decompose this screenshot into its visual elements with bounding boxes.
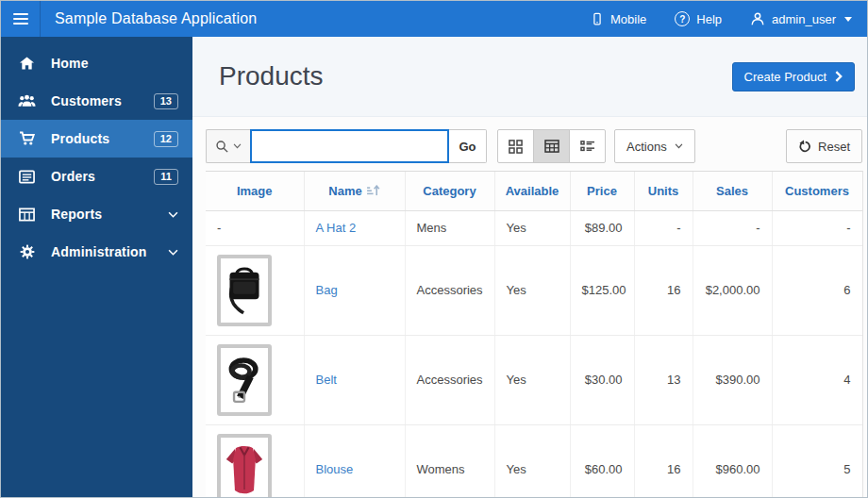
search-options-button[interactable] — [206, 129, 250, 163]
cell-units: 16 — [634, 424, 693, 497]
chevron-down-icon — [168, 249, 178, 256]
count-badge: 12 — [154, 131, 178, 147]
cell-category: Accessories — [405, 245, 494, 335]
cell-customers: 4 — [772, 335, 862, 424]
sidebar-item-administration[interactable]: Administration — [1, 233, 192, 271]
gear-icon — [17, 244, 37, 259]
sidebar-item-reports[interactable]: Reports — [1, 195, 192, 233]
sidebar: HomeCustomers13Products12Orders11Reports… — [1, 37, 192, 497]
cell-available: Yes — [494, 335, 570, 424]
cell-units: - — [634, 210, 693, 245]
cell-price: $60.00 — [570, 424, 634, 497]
table-row: BeltAccessoriesYes$30.0013$390.004 — [206, 335, 862, 424]
search-input[interactable] — [250, 129, 449, 163]
cell-available: Yes — [494, 424, 570, 497]
header-nav-label: Help — [696, 12, 722, 26]
grid-view-icon — [509, 140, 523, 154]
cell-image — [206, 424, 304, 497]
sidebar-item-products[interactable]: Products12 — [1, 120, 192, 158]
column-header-sales[interactable]: Sales — [693, 172, 772, 210]
sidebar-item-label: Reports — [51, 207, 102, 222]
column-header-label: Sales — [716, 184, 748, 198]
column-header-category[interactable]: Category — [405, 172, 494, 210]
report-view-icon — [544, 140, 559, 153]
hamburger-menu-button[interactable] — [1, 1, 41, 37]
cell-price: $89.00 — [570, 210, 634, 245]
table-header-row: ImageNameCategoryAvailablePriceUnitsSale… — [206, 172, 862, 210]
table-row: -A Hat 2MensYes$89.00--- — [206, 210, 862, 245]
product-image-belt[interactable] — [217, 344, 272, 416]
report-view-button[interactable] — [533, 129, 570, 163]
icon-view-button[interactable] — [497, 129, 534, 163]
column-header-label: Price — [587, 184, 617, 198]
cell-category: Womens — [405, 424, 494, 497]
column-header-image[interactable]: Image — [206, 172, 304, 210]
cell-image: - — [206, 210, 304, 245]
cell-image — [206, 245, 304, 335]
column-header-available[interactable]: Available — [494, 172, 570, 210]
search-toolbar: Go — [206, 129, 862, 163]
go-button[interactable]: Go — [449, 129, 487, 163]
sidebar-item-label: Products — [51, 131, 109, 146]
page-title: Products — [219, 61, 324, 91]
count-badge: 13 — [154, 93, 178, 109]
app-header: Sample Database Application Mobile?Helpa… — [1, 1, 867, 37]
main-region: Products Create Product — [192, 37, 867, 497]
column-header-label: Available — [506, 184, 559, 198]
create-product-button[interactable]: Create Product — [732, 62, 855, 91]
search-group: Go — [206, 129, 487, 163]
header-nav-mobile[interactable]: Mobile — [591, 11, 646, 27]
column-header-customers[interactable]: Customers — [772, 172, 862, 210]
cell-units: 13 — [634, 335, 693, 424]
home-icon — [17, 56, 37, 71]
header-nav-label: admin_user — [772, 12, 836, 26]
detail-view-icon — [580, 140, 595, 153]
app-title: Sample Database Application — [55, 10, 257, 27]
cell-image — [206, 335, 304, 424]
reports-icon — [17, 208, 37, 222]
chevron-down-icon — [233, 143, 242, 149]
cell-name: Bag — [304, 245, 405, 335]
content-region: Go — [192, 117, 867, 497]
mobile-icon — [591, 11, 604, 27]
column-header-label: Customers — [785, 184, 849, 198]
caret-down-icon — [844, 17, 852, 22]
search-icon — [215, 140, 229, 154]
sidebar-item-orders[interactable]: Orders11 — [1, 158, 192, 195]
cell-sales: $2,000.00 — [693, 245, 772, 335]
cell-available: Yes — [494, 245, 570, 335]
header-nav-help[interactable]: ?Help — [675, 11, 722, 26]
hamburger-icon — [13, 13, 28, 15]
product-name-link[interactable]: Bag — [316, 283, 338, 297]
cell-customers: 5 — [772, 424, 862, 497]
sidebar-item-home[interactable]: Home — [1, 44, 192, 82]
sidebar-item-label: Home — [51, 56, 89, 71]
customers-icon — [17, 94, 37, 108]
cell-category: Accessories — [405, 335, 494, 424]
column-header-name[interactable]: Name — [304, 172, 405, 210]
user-icon — [750, 11, 765, 26]
column-header-units[interactable]: Units — [634, 172, 693, 210]
column-header-price[interactable]: Price — [570, 172, 634, 210]
cell-units: 16 — [634, 245, 693, 335]
detail-view-button[interactable] — [569, 129, 606, 163]
reset-button[interactable]: Reset — [786, 129, 862, 163]
cart-icon — [17, 131, 37, 146]
chevron-right-icon — [835, 71, 843, 82]
product-image-blouse[interactable] — [217, 434, 272, 498]
product-name-link[interactable]: Belt — [316, 373, 337, 387]
header-nav-user[interactable]: admin_user — [750, 11, 852, 26]
product-name-link[interactable]: A Hat 2 — [316, 221, 357, 235]
sidebar-item-customers[interactable]: Customers13 — [1, 82, 192, 120]
cell-name: Belt — [304, 335, 405, 424]
cell-name: Blouse — [304, 424, 405, 497]
column-header-label: Category — [423, 184, 476, 198]
cell-name: A Hat 2 — [304, 210, 405, 245]
products-report-table: ImageNameCategoryAvailablePriceUnitsSale… — [206, 171, 863, 497]
product-image-bag[interactable] — [217, 255, 272, 326]
cell-customers: 6 — [772, 245, 862, 335]
cell-available: Yes — [494, 210, 570, 245]
actions-menu-button[interactable]: Actions — [614, 129, 695, 163]
product-name-link[interactable]: Blouse — [316, 462, 354, 476]
help-icon: ? — [675, 11, 690, 26]
